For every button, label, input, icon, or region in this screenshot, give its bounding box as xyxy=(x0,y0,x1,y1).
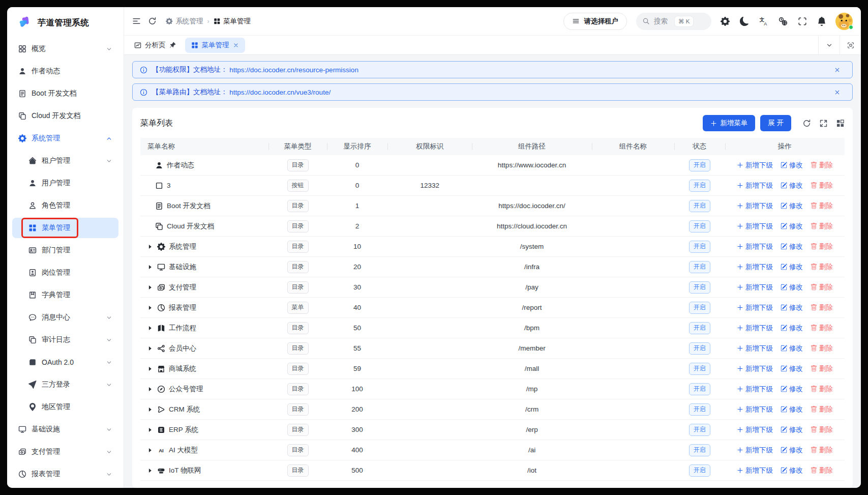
table-fullscreen-button[interactable] xyxy=(819,119,828,128)
sidebar-item-cloud-docs[interactable]: Cloud 开发文档 xyxy=(12,106,118,126)
sidebar-item-user-mgmt[interactable]: 用户管理 xyxy=(12,173,118,193)
tab-list-dropdown[interactable] xyxy=(818,36,840,55)
row-action-delete[interactable]: 删除 xyxy=(811,303,833,312)
row-action-add-child[interactable]: 新增下级 xyxy=(737,283,773,292)
sidebar-item-dept-mgmt[interactable]: 部门管理 xyxy=(12,240,118,260)
expand-row-caret[interactable] xyxy=(146,385,154,393)
row-action-delete[interactable]: 删除 xyxy=(811,222,833,231)
alert-doc-link[interactable]: https://doc.iocoder.cn/vue3/route/ xyxy=(229,89,331,96)
table-refresh-button[interactable] xyxy=(802,119,811,128)
sidebar-item-area-mgmt[interactable]: 地区管理 xyxy=(12,397,118,417)
sidebar-item-system-mgmt[interactable]: 系统管理 xyxy=(12,128,118,149)
row-action-edit[interactable]: 修改 xyxy=(781,242,803,251)
row-action-add-child[interactable]: 新增下级 xyxy=(737,344,773,353)
row-action-edit[interactable]: 修改 xyxy=(781,385,803,394)
row-action-add-child[interactable]: 新增下级 xyxy=(737,385,773,394)
row-action-edit[interactable]: 修改 xyxy=(781,324,803,333)
close-alert-icon[interactable] xyxy=(834,89,841,96)
row-action-delete[interactable]: 删除 xyxy=(811,161,833,170)
row-action-edit[interactable]: 修改 xyxy=(781,425,803,434)
row-action-add-child[interactable]: 新增下级 xyxy=(737,466,773,475)
row-action-delete[interactable]: 删除 xyxy=(811,242,833,251)
row-action-edit[interactable]: 修改 xyxy=(781,344,803,353)
sidebar-item-audit-log[interactable]: 审计日志 xyxy=(12,330,118,350)
row-action-edit[interactable]: 修改 xyxy=(781,161,803,170)
row-action-add-child[interactable]: 新增下级 xyxy=(737,181,773,190)
row-action-delete[interactable]: 删除 xyxy=(811,283,833,292)
breadcrumb-item-menu-mgmt[interactable]: 菜单管理 xyxy=(214,17,251,26)
sidebar-item-tenant-mgmt[interactable]: 租户管理 xyxy=(12,151,118,171)
row-action-add-child[interactable]: 新增下级 xyxy=(737,263,773,272)
row-action-delete[interactable]: 删除 xyxy=(811,446,833,455)
expand-row-caret[interactable] xyxy=(146,426,154,434)
row-action-add-child[interactable]: 新增下级 xyxy=(737,364,773,373)
sidebar-item-post-mgmt[interactable]: 岗位管理 xyxy=(12,263,118,283)
row-action-delete[interactable]: 删除 xyxy=(811,263,833,272)
theme-button[interactable] xyxy=(740,17,749,26)
row-action-delete[interactable]: 删除 xyxy=(811,425,833,434)
row-action-delete[interactable]: 删除 xyxy=(811,201,833,211)
sidebar-item-menu-mgmt[interactable]: 菜单管理 xyxy=(12,218,118,238)
row-action-edit[interactable]: 修改 xyxy=(781,466,803,475)
sidebar-item-boot-docs[interactable]: Boot 开发文档 xyxy=(12,83,118,104)
breadcrumb-item-system-mgmt[interactable]: 系统管理 xyxy=(166,17,203,26)
add-menu-button[interactable]: 新增菜单 xyxy=(703,115,755,131)
content-maximize-button[interactable] xyxy=(840,36,861,55)
tab-analysis[interactable]: 分析页 xyxy=(128,36,182,55)
sidebar-item-payment-mgmt[interactable]: 支付管理 xyxy=(12,442,118,462)
expand-all-button[interactable]: 展 开 xyxy=(760,115,791,131)
sidebar-item-message-center[interactable]: 消息中心 xyxy=(12,307,118,328)
row-action-delete[interactable]: 删除 xyxy=(811,364,833,373)
notifications-button[interactable] xyxy=(817,17,826,26)
table-columns-button[interactable] xyxy=(836,119,845,128)
fullscreen-button[interactable] xyxy=(798,17,807,26)
row-action-edit[interactable]: 修改 xyxy=(781,222,803,231)
tab-menu-mgmt[interactable]: 菜单管理 xyxy=(185,38,245,53)
row-action-delete[interactable]: 删除 xyxy=(811,324,833,333)
sidebar-item-third-login[interactable]: 三方登录 xyxy=(12,374,118,395)
expand-row-caret[interactable] xyxy=(146,446,154,454)
sidebar-item-role-mgmt[interactable]: 角色管理 xyxy=(12,195,118,216)
row-action-edit[interactable]: 修改 xyxy=(781,283,803,292)
row-action-edit[interactable]: 修改 xyxy=(781,446,803,455)
sidebar-item-report-mgmt[interactable]: 报表管理 xyxy=(12,464,118,484)
row-action-add-child[interactable]: 新增下级 xyxy=(737,446,773,455)
app-logo[interactable]: 芋道管理系统 xyxy=(7,7,124,35)
sidebar-item-dict-mgmt[interactable]: 字典管理 xyxy=(12,285,118,305)
refresh-page-icon[interactable] xyxy=(148,17,157,25)
close-tab-icon[interactable] xyxy=(233,42,239,48)
row-action-add-child[interactable]: 新增下级 xyxy=(737,242,773,251)
expand-row-caret[interactable] xyxy=(146,405,154,414)
row-action-delete[interactable]: 删除 xyxy=(811,466,833,475)
row-action-add-child[interactable]: 新增下级 xyxy=(737,425,773,434)
search-input[interactable]: 搜索 ⌘ K xyxy=(636,13,711,30)
avatar[interactable] xyxy=(835,13,853,30)
expand-row-caret[interactable] xyxy=(146,365,154,373)
row-action-add-child[interactable]: 新增下级 xyxy=(737,303,773,312)
row-action-edit[interactable]: 修改 xyxy=(781,405,803,414)
row-action-delete[interactable]: 删除 xyxy=(811,344,833,353)
row-action-edit[interactable]: 修改 xyxy=(781,263,803,272)
expand-row-caret[interactable] xyxy=(146,243,154,251)
row-action-add-child[interactable]: 新增下级 xyxy=(737,405,773,414)
expand-row-caret[interactable] xyxy=(146,467,154,475)
expand-row-caret[interactable] xyxy=(146,304,154,312)
row-action-add-child[interactable]: 新增下级 xyxy=(737,324,773,333)
sidebar-item-author-news[interactable]: 作者动态 xyxy=(12,61,118,81)
locale-button[interactable] xyxy=(779,17,788,26)
sidebar-item-overview[interactable]: 概览 xyxy=(12,39,118,59)
row-action-delete[interactable]: 删除 xyxy=(811,181,833,190)
row-action-edit[interactable]: 修改 xyxy=(781,364,803,373)
tenant-selector[interactable]: 请选择租户 xyxy=(563,13,627,30)
sidebar-item-oauth2[interactable]: OAuth 2.0 xyxy=(12,352,118,372)
row-action-edit[interactable]: 修改 xyxy=(781,303,803,312)
row-action-delete[interactable]: 删除 xyxy=(811,385,833,394)
expand-row-caret[interactable] xyxy=(146,283,154,292)
row-action-add-child[interactable]: 新增下级 xyxy=(737,222,773,231)
collapse-sidebar-icon[interactable] xyxy=(132,17,141,25)
pushpin-icon[interactable] xyxy=(169,42,176,48)
settings-button[interactable] xyxy=(721,17,730,26)
close-alert-icon[interactable] xyxy=(834,67,841,73)
expand-row-caret[interactable] xyxy=(146,263,154,271)
row-action-edit[interactable]: 修改 xyxy=(781,181,803,190)
